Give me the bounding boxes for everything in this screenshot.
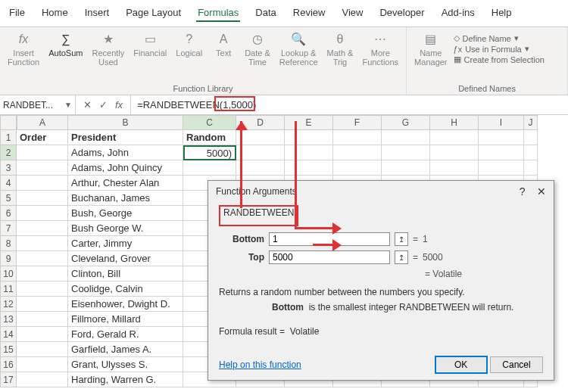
cell-C2[interactable]: 5000) [183, 145, 236, 160]
cell-F1[interactable] [333, 130, 382, 145]
fx-icon[interactable]: fx [115, 99, 123, 110]
menu-view[interactable]: View [340, 5, 364, 22]
menu-home[interactable]: Home [40, 5, 70, 22]
cell-B9[interactable]: Cleveland, Grover [68, 251, 183, 266]
cell-I3[interactable] [479, 160, 524, 176]
row-header-16[interactable]: 16 [0, 357, 17, 372]
cell-D3[interactable] [236, 160, 285, 176]
row-header-17[interactable]: 17 [0, 372, 17, 387]
cell-B13[interactable]: Fillmore, Millard [68, 312, 183, 327]
cell-A3[interactable] [17, 160, 68, 176]
cell-A9[interactable] [17, 251, 68, 266]
col-header-h[interactable]: H [430, 115, 479, 130]
cell-B7[interactable]: Bush George W. [68, 221, 183, 236]
cell-J2[interactable] [524, 145, 538, 160]
cell-B1[interactable]: President [68, 130, 183, 145]
row-header-8[interactable]: 8 [0, 236, 17, 251]
chevron-down-icon[interactable]: ▼ [64, 101, 72, 109]
select-all-corner[interactable] [0, 115, 17, 130]
recently-used-button[interactable]: ★ RecentlyUsed [89, 30, 127, 68]
cell-A14[interactable] [17, 327, 68, 342]
cell-B14[interactable]: Ford, Gerald R. [68, 327, 183, 342]
row-header-11[interactable]: 11 [0, 282, 17, 297]
menu-data[interactable]: Data [254, 5, 277, 22]
help-link[interactable]: Help on this function [219, 359, 301, 370]
col-header-i[interactable]: I [479, 115, 524, 130]
cell-B3[interactable]: Adams, John Quincy [68, 160, 183, 176]
cell-A17[interactable] [17, 372, 68, 387]
create-from-selection-button[interactable]: ▦Create from Selection [454, 54, 545, 64]
col-header-a[interactable]: A [17, 115, 68, 130]
cell-F2[interactable] [333, 145, 382, 160]
cell-J1[interactable] [524, 130, 538, 145]
menu-help[interactable]: Help [490, 5, 513, 22]
cell-B10[interactable]: Clinton, Bill [68, 266, 183, 282]
cell-B4[interactable]: Arthur, Chester Alan [68, 176, 183, 191]
cell-H3[interactable] [430, 160, 479, 176]
cancel-formula-icon[interactable]: ✕ [83, 99, 92, 110]
close-icon[interactable]: ✕ [537, 185, 546, 198]
cancel-button[interactable]: Cancel [490, 356, 543, 373]
row-header-7[interactable]: 7 [0, 221, 17, 236]
cell-A7[interactable] [17, 221, 68, 236]
cell-B5[interactable]: Buchanan, James [68, 191, 183, 206]
cell-A5[interactable] [17, 191, 68, 206]
logical-button[interactable]: ? Logical [173, 30, 205, 59]
cell-C3[interactable] [183, 160, 236, 176]
cell-A12[interactable] [17, 297, 68, 312]
col-header-g[interactable]: G [382, 115, 430, 130]
cell-F3[interactable] [333, 160, 382, 176]
row-header-13[interactable]: 13 [0, 312, 17, 327]
cell-I2[interactable] [479, 145, 524, 160]
cell-B16[interactable]: Grant, Ulysses S. [68, 357, 183, 372]
row-header-14[interactable]: 14 [0, 327, 17, 342]
financial-button[interactable]: ▭ Financial [130, 30, 170, 59]
menu-file[interactable]: File [8, 5, 27, 22]
menu-review[interactable]: Review [292, 5, 327, 22]
col-header-j[interactable]: J [524, 115, 538, 130]
cell-I1[interactable] [479, 130, 524, 145]
cell-A15[interactable] [17, 342, 68, 357]
cell-B15[interactable]: Garfield, James A. [68, 342, 183, 357]
row-header-3[interactable]: 3 [0, 160, 17, 176]
collapse-dialog-icon[interactable]: ↥ [395, 250, 408, 264]
col-header-f[interactable]: F [333, 115, 382, 130]
cell-A6[interactable] [17, 206, 68, 221]
row-header-10[interactable]: 10 [0, 266, 17, 282]
cell-A2[interactable] [17, 145, 68, 160]
col-header-e[interactable]: E [285, 115, 333, 130]
cell-B17[interactable]: Harding, Warren G. [68, 372, 183, 387]
top-arg-input[interactable] [269, 250, 390, 264]
lookup-button[interactable]: 🔍 Lookup &Reference [276, 30, 321, 68]
use-in-formula-button[interactable]: ƒxUse in Formula ▾ [454, 44, 545, 54]
cell-D1[interactable] [236, 130, 285, 145]
cell-B11[interactable]: Coolidge, Calvin [68, 282, 183, 297]
cell-B8[interactable]: Carter, Jimmy [68, 236, 183, 251]
col-header-b[interactable]: B [68, 115, 183, 130]
cell-A16[interactable] [17, 357, 68, 372]
cell-A10[interactable] [17, 266, 68, 282]
help-icon[interactable]: ? [520, 185, 526, 198]
row-header-2[interactable]: 2 [0, 145, 17, 160]
formula-input[interactable]: =RANDBETWEEN(1,5000) [131, 95, 568, 114]
autosum-button[interactable]: ∑ AutoSum [45, 30, 86, 59]
collapse-dialog-icon[interactable]: ↥ [395, 232, 408, 246]
col-header-c[interactable]: C [183, 115, 236, 130]
name-box[interactable]: RANDBET... ▼ [0, 95, 76, 114]
menu-formulas[interactable]: Formulas [196, 5, 240, 22]
ok-button[interactable]: OK [435, 356, 488, 374]
cell-H1[interactable] [430, 130, 479, 145]
cell-A13[interactable] [17, 312, 68, 327]
cell-A11[interactable] [17, 282, 68, 297]
cell-H2[interactable] [430, 145, 479, 160]
cell-J3[interactable] [524, 160, 538, 176]
cell-A4[interactable] [17, 176, 68, 191]
cell-E2[interactable] [285, 145, 333, 160]
row-header-6[interactable]: 6 [0, 206, 17, 221]
cell-G3[interactable] [382, 160, 430, 176]
cell-C1[interactable]: Random [183, 130, 236, 145]
menu-page-layout[interactable]: Page Layout [124, 5, 183, 22]
cell-B2[interactable]: Adams, John [68, 145, 183, 160]
row-header-5[interactable]: 5 [0, 191, 17, 206]
menu-add-ins[interactable]: Add-ins [440, 5, 476, 22]
